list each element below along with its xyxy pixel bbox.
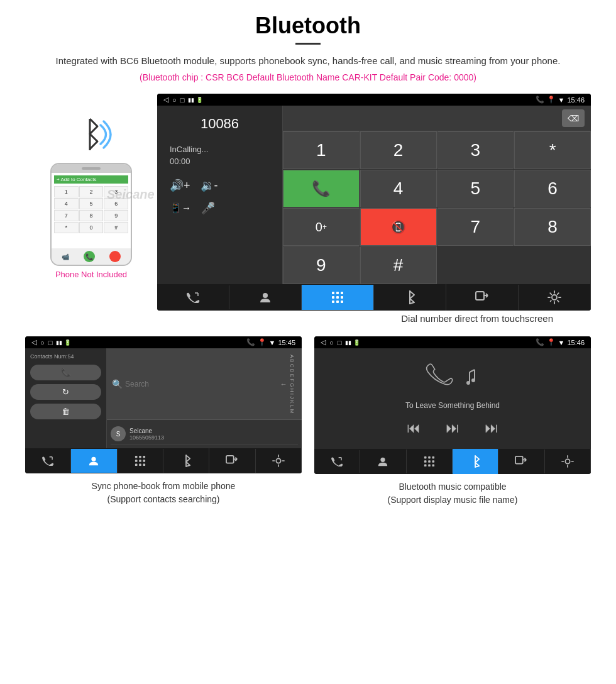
svg-rect-45 [424, 465, 427, 467]
hu-key-0plus[interactable]: 0+ [283, 208, 360, 246]
hu-dialpad-grid: 1 2 3 * 📞 4 5 6 0+ 📵 7 8 9 # [283, 131, 591, 284]
music-status-left: ◁ ○ □ ▮▮ 🔋 [321, 338, 360, 346]
contacts-alphabet-scroll[interactable]: A B C D E F G H I J K L M [287, 352, 297, 416]
phone-call-button[interactable]: 📞 [84, 251, 95, 262]
volume-down-icon[interactable]: 🔉- [201, 179, 218, 192]
phone-key-6[interactable]: 6 [104, 198, 128, 209]
hu-key-hash[interactable]: # [360, 246, 437, 284]
phone-key-9[interactable]: 9 [104, 210, 128, 221]
hu-calling-status: InCalling... [170, 145, 270, 154]
contacts-nav-bluetooth[interactable] [163, 448, 209, 473]
music-nav-dialpad[interactable] [407, 450, 453, 473]
hu-mic-controls: 📱→ 🎤 [170, 201, 270, 215]
phone-key-4[interactable]: 4 [54, 198, 79, 209]
hu-key-8[interactable]: 8 [514, 208, 591, 246]
svg-rect-47 [432, 465, 434, 467]
music-wifi-icon: ▼ [558, 339, 565, 346]
hu-end-call-button[interactable]: 📵 [360, 208, 437, 246]
phone-key-7[interactable]: 7 [54, 210, 79, 221]
music-notif-icons: ▮▮ 🔋 [345, 339, 360, 346]
contacts-notif-icons: ▮▮ 🔋 [56, 339, 71, 346]
contacts-search-input[interactable] [125, 380, 280, 389]
svg-rect-9 [336, 301, 339, 303]
hu-key-1[interactable]: 1 [283, 131, 360, 169]
contacts-search-bar: 🔍 ← A B C D E F G H I J K L M [107, 348, 302, 420]
hu-key-4[interactable]: 4 [360, 170, 437, 207]
home-icon: ○ [172, 96, 177, 104]
music-nav-contacts[interactable] [360, 450, 406, 473]
phone-key-3[interactable]: 3 [104, 186, 128, 197]
phone-not-included-label: Phone Not Included [55, 270, 127, 279]
contacts-phone-icon: 📞 [246, 338, 255, 346]
hu-nav-calls[interactable] [157, 285, 229, 309]
time-display: 15:46 [567, 96, 585, 104]
music-prev-button[interactable]: ⏮ [407, 420, 421, 436]
music-next-button[interactable]: ⏭ [485, 420, 498, 436]
svg-point-38 [381, 458, 385, 462]
hu-key-star[interactable]: * [514, 131, 591, 169]
contacts-status-right: 📞 📍 ▼ 15:45 [246, 338, 295, 346]
svg-rect-40 [428, 456, 431, 459]
hu-key-2[interactable]: 2 [360, 131, 437, 169]
hu-key-9[interactable]: 9 [283, 246, 360, 284]
phone-key-1[interactable]: 1 [54, 186, 79, 197]
svg-rect-25 [139, 464, 141, 466]
phone-key-5[interactable]: 5 [79, 198, 104, 209]
phone-key-8[interactable]: 8 [79, 210, 104, 221]
hu-key-7[interactable]: 7 [437, 208, 514, 246]
hu-nav-dialpad[interactable] [302, 285, 374, 310]
music-note-icon [462, 367, 481, 386]
recents-icon: □ [180, 96, 185, 104]
contacts-nav-calls[interactable] [25, 450, 71, 472]
hu-nav-contacts[interactable] [229, 285, 302, 310]
hu-call-button[interactable]: 📞 [283, 170, 360, 207]
music-nav-bluetooth[interactable] [453, 449, 498, 474]
main-screenshot-row: + Add to Contacts 1 2 3 4 5 6 7 8 9 * 0 … [25, 94, 591, 311]
svg-rect-23 [143, 460, 145, 462]
hu-backspace-button[interactable]: ⌫ [562, 109, 585, 127]
music-nav-transfer[interactable] [498, 450, 544, 473]
music-nav-settings[interactable] [545, 449, 591, 474]
svg-point-37 [471, 378, 475, 382]
hu-nav-settings[interactable] [519, 284, 591, 311]
contact-item-seicane[interactable]: S Seicane 10655059113 [111, 424, 298, 444]
hu-key-6[interactable]: 6 [514, 170, 591, 207]
phone-key-hash[interactable]: # [104, 222, 128, 233]
svg-point-17 [92, 457, 96, 461]
transfer-icon[interactable]: 📱→ [170, 202, 191, 214]
phone-key-2[interactable]: 2 [79, 186, 104, 197]
music-recents-icon: □ [338, 339, 342, 346]
contacts-back-icon: ◁ [31, 338, 36, 346]
hu-nav-bluetooth[interactable] [374, 284, 446, 311]
contacts-nav-dialpad[interactable] [118, 449, 163, 473]
contacts-call-button[interactable]: 📞 [30, 365, 101, 380]
svg-rect-28 [226, 456, 234, 463]
music-play-pause-button[interactable]: ⏭ [446, 420, 459, 436]
phone-speaker [82, 167, 101, 170]
contact-avatar: S [111, 426, 126, 441]
contacts-delete-button[interactable]: 🗑 [30, 404, 101, 419]
music-status-bar: ◁ ○ □ ▮▮ 🔋 📞 📍 ▼ 15:46 [314, 336, 591, 348]
microphone-icon[interactable]: 🎤 [201, 201, 215, 215]
phone-key-star[interactable]: * [54, 222, 79, 233]
hu-nav-transfer[interactable] [446, 285, 519, 310]
phone-key-0[interactable]: 0 [79, 222, 104, 233]
hu-key-5[interactable]: 5 [437, 170, 514, 207]
volume-up-icon[interactable]: 🔊+ [170, 179, 190, 192]
phone-aside: + Add to Contacts 1 2 3 4 5 6 7 8 9 * 0 … [25, 113, 157, 279]
contacts-nav-settings[interactable] [256, 448, 302, 473]
music-nav-calls[interactable] [314, 450, 360, 473]
phone-dialpad: 1 2 3 4 5 6 7 8 9 * 0 # [54, 186, 128, 233]
contacts-count: Contacts Num:54 [30, 353, 101, 360]
hu-key-3[interactable]: 3 [437, 131, 514, 169]
phone-screen: + Add to Contacts 1 2 3 4 5 6 7 8 9 * 0 … [52, 173, 131, 248]
phone-end-button[interactable] [109, 251, 121, 262]
contacts-recents-icon: □ [48, 339, 53, 346]
contacts-refresh-button[interactable]: ↻ [30, 384, 101, 400]
svg-rect-24 [135, 464, 138, 466]
phone-screen-header: + Add to Contacts [54, 175, 128, 184]
contacts-nav-contacts[interactable] [71, 449, 117, 473]
contacts-nav-transfer[interactable] [209, 449, 255, 473]
svg-point-16 [552, 295, 557, 300]
bluetooth-icon [66, 113, 116, 157]
